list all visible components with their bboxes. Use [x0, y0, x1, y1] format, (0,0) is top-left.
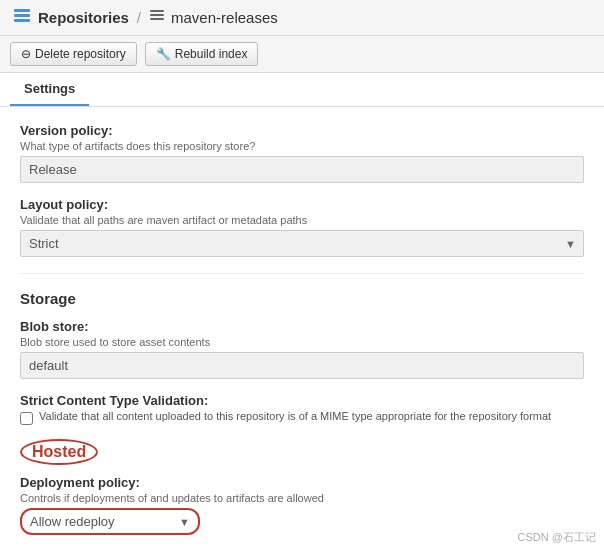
- blob-store-label: Blob store:: [20, 319, 584, 334]
- blob-store-value: default: [20, 352, 584, 379]
- settings-content: Version policy: What type of artifacts d…: [0, 107, 604, 551]
- layout-policy-desc: Validate that all paths are maven artifa…: [20, 214, 584, 226]
- version-policy-value: Release: [20, 156, 584, 183]
- toolbar: ⊖ Delete repository 🔧 Rebuild index: [0, 36, 604, 73]
- strict-content-checkbox-row: Validate that all content uploaded to th…: [20, 410, 584, 425]
- svg-rect-4: [150, 14, 164, 16]
- hosted-section: Hosted: [20, 439, 584, 475]
- blob-store-desc: Blob store used to store asset contents: [20, 336, 584, 348]
- delete-icon: ⊖: [21, 47, 31, 61]
- strict-content-checkbox[interactable]: [20, 412, 33, 425]
- page-header: Repositories / maven-releases: [0, 0, 604, 36]
- strict-content-group: Strict Content Type Validation: Validate…: [20, 393, 584, 425]
- tab-settings[interactable]: Settings: [10, 73, 89, 106]
- deployment-policy-desc: Controls if deployments of and updates t…: [20, 492, 584, 504]
- layout-policy-select[interactable]: Strict Permissive: [20, 230, 584, 257]
- deployment-policy-select[interactable]: Allow redeploy Disable redeploy Read-onl…: [20, 508, 200, 535]
- layout-policy-group: Layout policy: Validate that all paths a…: [20, 197, 584, 257]
- storage-heading: Storage: [20, 290, 584, 307]
- layout-policy-label: Layout policy:: [20, 197, 584, 212]
- layout-policy-select-wrap: Strict Permissive ▼: [20, 230, 584, 257]
- tab-bar: Settings: [0, 73, 604, 107]
- version-policy-label: Version policy:: [20, 123, 584, 138]
- version-policy-group: Version policy: What type of artifacts d…: [20, 123, 584, 183]
- blob-store-group: Blob store: Blob store used to store ass…: [20, 319, 584, 379]
- repositories-title: Repositories: [38, 9, 129, 26]
- svg-rect-0: [14, 9, 30, 12]
- rebuild-index-button[interactable]: 🔧 Rebuild index: [145, 42, 259, 66]
- version-policy-desc: What type of artifacts does this reposit…: [20, 140, 584, 152]
- deployment-policy-select-wrap: Allow redeploy Disable redeploy Read-onl…: [20, 508, 200, 535]
- breadcrumb-separator: /: [137, 9, 141, 26]
- watermark: CSDN @石工记: [518, 530, 596, 545]
- repo-name: maven-releases: [171, 9, 278, 26]
- wrench-icon: 🔧: [156, 47, 171, 61]
- deployment-policy-label: Deployment policy:: [20, 475, 584, 490]
- deployment-policy-group: Deployment policy: Controls if deploymen…: [20, 475, 584, 535]
- strict-content-checkbox-desc: Validate that all content uploaded to th…: [39, 410, 551, 422]
- delete-repository-button[interactable]: ⊖ Delete repository: [10, 42, 137, 66]
- hosted-heading: Hosted: [20, 439, 98, 465]
- repo-icon: [149, 8, 165, 27]
- strict-content-label: Strict Content Type Validation:: [20, 393, 584, 408]
- svg-rect-5: [150, 18, 164, 20]
- svg-rect-1: [14, 14, 30, 17]
- svg-rect-3: [150, 10, 164, 12]
- svg-rect-2: [14, 19, 30, 22]
- section-divider-1: [20, 273, 584, 274]
- repositories-icon: [12, 6, 32, 29]
